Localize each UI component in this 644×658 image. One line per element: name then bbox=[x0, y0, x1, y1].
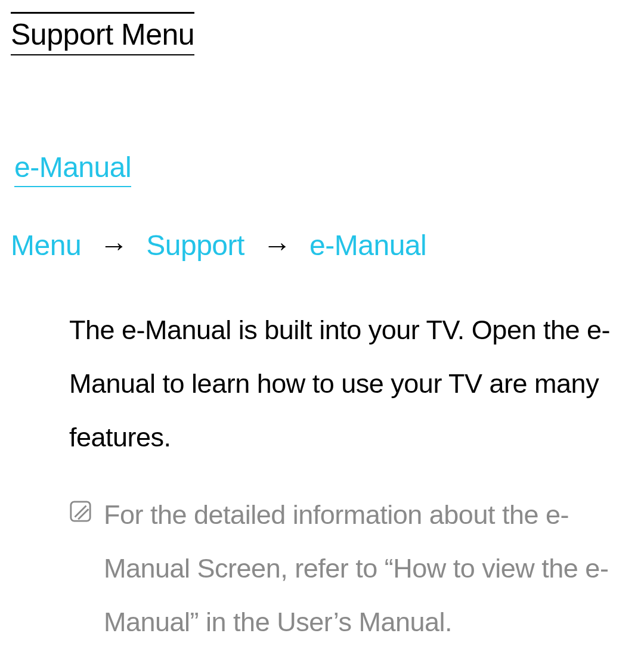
body-paragraph: The e-Manual is built into your TV. Open… bbox=[69, 303, 621, 464]
page-title: Support Menu bbox=[11, 12, 194, 55]
breadcrumb: Menu → Support → e-Manual bbox=[11, 229, 633, 262]
breadcrumb-item: e-Manual bbox=[309, 229, 426, 261]
section-heading: e-Manual bbox=[14, 151, 131, 187]
note-container: For the detailed information about the e… bbox=[69, 488, 621, 649]
arrow-right-icon: → bbox=[263, 229, 292, 261]
breadcrumb-item: Support bbox=[146, 229, 244, 261]
svg-line-1 bbox=[75, 506, 86, 517]
svg-line-2 bbox=[78, 509, 88, 519]
note-icon bbox=[69, 500, 92, 525]
breadcrumb-item: Menu bbox=[11, 229, 81, 261]
arrow-right-icon: → bbox=[100, 229, 128, 261]
note-text: For the detailed information about the e… bbox=[104, 488, 621, 649]
